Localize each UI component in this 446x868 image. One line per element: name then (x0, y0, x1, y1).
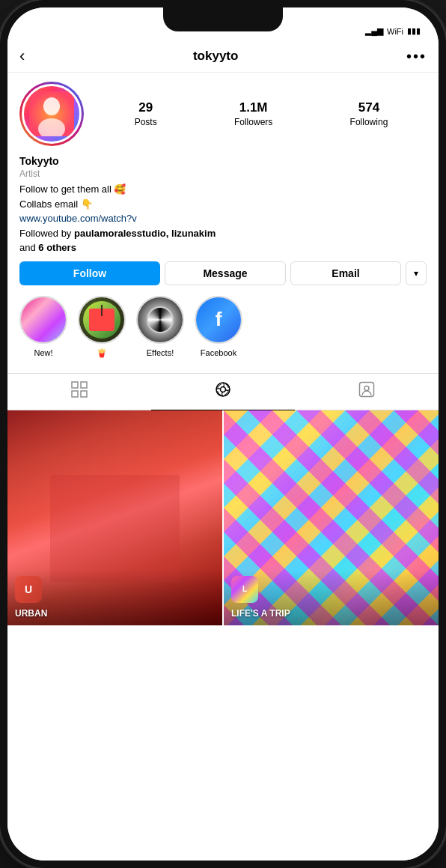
avatar (22, 84, 82, 144)
posts-label: Posts (135, 117, 157, 127)
back-button[interactable]: ‹ (19, 46, 25, 66)
following-label: Following (350, 117, 388, 127)
bio-line2: Collabs email 👇 (19, 198, 93, 210)
stat-following[interactable]: 574 Following (350, 100, 388, 127)
post-item-urban[interactable]: U URBAN (7, 410, 222, 625)
followers-label: Followers (234, 117, 272, 127)
tagged-icon (358, 381, 375, 402)
status-icons: ▂▄▆ WiFi ▮▮▮ (365, 26, 421, 36)
email-button[interactable]: Email (290, 261, 401, 285)
svg-point-1 (43, 97, 60, 115)
urban-app-icon: U (15, 576, 42, 603)
post-overlay-urban: U URBAN (7, 570, 222, 625)
highlight-circle-new (19, 296, 67, 344)
post-overlay-lifes-a-trip: L LIFE'S A TRIP (224, 570, 439, 625)
wifi-icon: WiFi (387, 27, 403, 36)
highlights-row: New! 🍟 (19, 296, 427, 367)
highlight-label-food: 🍟 (97, 348, 107, 358)
tab-bar (7, 373, 439, 410)
highlight-new[interactable]: New! (19, 296, 67, 358)
follow-button[interactable]: Follow (19, 261, 160, 285)
highlight-food[interactable]: 🍟 (78, 296, 126, 358)
profile-bio: Follow to get them all 🥰 Collabs email 👇… (19, 182, 427, 255)
phone-frame: ▂▄▆ WiFi ▮▮▮ ‹ tokyyto ••• (0, 0, 446, 868)
message-button[interactable]: Message (165, 261, 286, 285)
reels-icon (215, 381, 231, 402)
followed-by-count: 6 others (38, 242, 76, 253)
ig-header: ‹ tokyyto ••• (7, 40, 439, 73)
bio-link[interactable]: www.youtube.com/watch?v (19, 213, 137, 224)
tab-grid[interactable] (7, 374, 151, 410)
post-title-lifes-a-trip: LIFE'S A TRIP (231, 608, 290, 619)
chevron-down-icon: ▾ (414, 268, 418, 279)
post-item-lifes-a-trip[interactable]: L LIFE'S A TRIP (224, 410, 439, 625)
profile-display-name: Tokyyto (19, 155, 427, 167)
posts-count: 29 (138, 100, 153, 115)
highlight-facebook[interactable]: f Facebook (195, 296, 242, 358)
profile-category: Artist (19, 169, 427, 179)
dropdown-button[interactable]: ▾ (406, 261, 427, 285)
followed-by-users: paulamoralesstudio, lizunakim (74, 228, 216, 239)
notch (163, 7, 283, 31)
highlight-label-facebook: Facebook (201, 348, 236, 357)
svg-rect-3 (72, 382, 78, 388)
highlight-label-new: New! (34, 348, 52, 357)
action-buttons: Follow Message Email ▾ (19, 261, 427, 285)
stat-followers[interactable]: 1.1M Followers (234, 100, 272, 127)
battery-icon: ▮▮▮ (407, 26, 421, 36)
trip-app-icon: L (231, 576, 258, 603)
profile-top: 29 Posts 1.1M Followers 574 Following (19, 82, 427, 146)
signal-icon: ▂▄▆ (365, 26, 383, 36)
more-options-button[interactable]: ••• (406, 48, 427, 65)
svg-rect-9 (360, 382, 374, 396)
bio-line1: Follow to get them all 🥰 (19, 183, 126, 195)
followed-by-text: Followed by paulamoralesstudio, lizunaki… (19, 228, 216, 254)
posts-grid: U URBAN (7, 410, 439, 861)
stat-posts[interactable]: 29 Posts (135, 100, 157, 127)
svg-point-7 (216, 383, 230, 396)
highlight-circle-food (78, 296, 126, 344)
grid-icon (71, 381, 88, 402)
following-count: 574 (358, 100, 379, 115)
svg-point-10 (364, 386, 369, 390)
profile-section: 29 Posts 1.1M Followers 574 Following (7, 73, 439, 373)
svg-rect-5 (72, 391, 78, 397)
profile-username-header: tokyyto (193, 49, 238, 64)
profile-stats: 29 Posts 1.1M Followers 574 Following (96, 100, 427, 127)
svg-rect-4 (81, 382, 87, 388)
svg-point-8 (221, 386, 226, 392)
svg-rect-6 (81, 391, 87, 397)
highlight-label-effects: Effects! (147, 348, 174, 357)
followers-count: 1.1M (239, 100, 268, 115)
instagram-content: ‹ tokyyto ••• (7, 40, 439, 861)
highlight-circle-facebook: f (195, 296, 242, 344)
screen: ▂▄▆ WiFi ▮▮▮ ‹ tokyyto ••• (7, 7, 439, 861)
tab-tagged[interactable] (295, 374, 439, 410)
post-title-urban: URBAN (15, 608, 47, 619)
avatar-wrapper[interactable] (19, 82, 84, 146)
tab-reels[interactable] (151, 374, 295, 410)
highlight-circle-effects (136, 296, 184, 344)
highlight-effects[interactable]: Effects! (136, 296, 184, 358)
profile-info: Tokyyto Artist Follow to get them all 🥰 … (19, 155, 427, 255)
